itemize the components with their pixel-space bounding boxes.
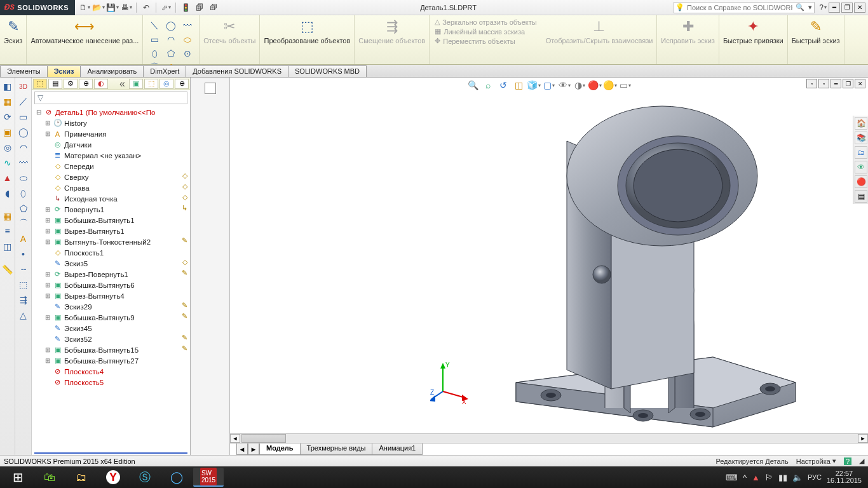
fm-collapse-icon[interactable]: «	[117, 78, 128, 90]
rebuild-icon[interactable]: 🚦	[180, 2, 191, 13]
line2-icon[interactable]: ／	[17, 95, 30, 108]
window-minimize[interactable]: ━	[829, 3, 840, 13]
tree-node[interactable]: ⊞▣Бобышка-Вытянуть15	[36, 344, 190, 355]
feature-tab[interactable]: Добавления SOLIDWORKS	[186, 65, 288, 77]
tree-node[interactable]: ⊘Плоскость4	[36, 366, 190, 377]
tree-node[interactable]: ◇Плоскость1	[36, 247, 190, 258]
status-customize[interactable]: Настройка ▾	[796, 457, 836, 465]
search-dropdown-icon[interactable]: ▾	[806, 3, 814, 11]
tray-network-icon[interactable]: ▮▮	[778, 473, 787, 482]
tray-chevron-icon[interactable]: ^	[743, 473, 747, 482]
tree-node[interactable]: ◇Спереди	[36, 161, 190, 172]
point-icon[interactable]: ⊙	[180, 47, 195, 60]
tabs-next[interactable]: ►	[248, 444, 259, 455]
spline-icon[interactable]: 〰	[180, 19, 195, 32]
tree-node[interactable]: ⊞▣Бобышка-Вытянуть6	[36, 280, 190, 290]
tree-node[interactable]: ◇Справа	[36, 182, 190, 193]
tray-volume-icon[interactable]: 🔈	[792, 473, 803, 482]
tree-node[interactable]: ◎Датчики	[36, 139, 190, 150]
taskpane-view-icon[interactable]: 👁	[855, 161, 867, 173]
tray-flag-icon[interactable]: 🏳	[765, 473, 773, 482]
taskbar-solidworks-icon[interactable]: SW2015	[193, 468, 224, 487]
help-search[interactable]: 💡 🔍 ▾	[674, 2, 815, 13]
options-icon[interactable]: 🗐	[194, 2, 205, 13]
text2-icon[interactable]: A	[17, 233, 30, 245]
scroll-right[interactable]: ►	[858, 434, 868, 443]
line-icon[interactable]: ＼	[147, 19, 162, 32]
fm-tab-config[interactable]: ⚙	[64, 79, 78, 89]
tree-node[interactable]: ⊞🕑History	[36, 118, 190, 128]
ellipse2-icon[interactable]: ⬭	[17, 172, 30, 184]
fm-tab-tree[interactable]: ⬚	[33, 79, 47, 89]
save-icon[interactable]: 💾	[107, 2, 118, 13]
fm-tab-display[interactable]: ◐	[94, 79, 108, 89]
tree-node[interactable]: ✎Эскиз29	[36, 301, 190, 312]
model-tab[interactable]: Анимация1	[372, 444, 423, 455]
fm-filter[interactable]: ▽	[34, 92, 187, 104]
fm-tab-dim[interactable]: ⊕	[79, 79, 93, 89]
feature-tab[interactable]: SOLIDWORKS MBD	[288, 65, 367, 77]
slot-icon[interactable]: ⬯	[147, 47, 162, 60]
cut-revolve-icon[interactable]: ◎	[1, 141, 14, 154]
tree-node[interactable]: ⊘Плоскость5	[36, 377, 190, 388]
tree-node[interactable]: ⊞▣Бобышка-Вытянуть27	[36, 355, 190, 366]
taskpane-prop-icon[interactable]: ▤	[855, 190, 867, 203]
new-file-icon[interactable]: 🗋	[79, 2, 90, 13]
centerline-icon[interactable]: ╌	[17, 263, 30, 276]
tree-node[interactable]: ⊞▣Вытянуть-Тонкостенный2	[36, 236, 190, 247]
search-icon[interactable]: 🔍	[794, 3, 806, 11]
start-button[interactable]: ⊞	[3, 468, 33, 487]
mdi-restore[interactable]: ❐	[843, 79, 853, 88]
taskpane-file-icon[interactable]: 🗂	[855, 146, 867, 159]
tree-node[interactable]: ⊞▣Бобышка-Вытянуть1	[36, 215, 190, 226]
fm-extra1[interactable]: ▣	[129, 79, 143, 89]
taskpane-appear-icon[interactable]: 🔴	[855, 175, 867, 188]
feature-tab[interactable]: DimXpert	[143, 65, 186, 77]
taskbar-skype-icon[interactable]: Ⓢ	[130, 468, 160, 487]
tray-keyboard-icon[interactable]: ⌨	[726, 473, 738, 482]
tree-node[interactable]: ✎Эскиз52	[36, 334, 190, 344]
corner-rect-icon[interactable]: ▭	[17, 111, 30, 123]
shell-icon[interactable]: ◫	[1, 240, 14, 253]
status-resize-grip[interactable]: ◢	[859, 457, 864, 465]
graphics-viewport[interactable]: 🔍 ⌕ ↺ ◫ 🧊 ▢ 👁 ◑ 🔴 🟡 ▭ ▫ ▫ ━ ❐ ✕	[230, 78, 868, 455]
tree-node[interactable]: ⊞AПримечания	[36, 128, 190, 139]
fm-extra3[interactable]: ◎	[159, 79, 173, 89]
model-tab[interactable]: Трехмерные виды	[300, 444, 373, 455]
tree-node[interactable]: ⊞⟳Вырез-Повернуть1	[36, 269, 190, 280]
options2-icon[interactable]: 🗊	[208, 2, 219, 13]
tree-node[interactable]: ◇Сверху	[36, 172, 190, 182]
extrude-icon[interactable]: ▦	[1, 95, 14, 108]
tray-shield-icon[interactable]: ▲	[752, 473, 760, 482]
spline2-icon[interactable]: 〰	[17, 156, 30, 169]
rect-icon[interactable]: ▭	[147, 33, 162, 46]
fm-tab-prop[interactable]: ▤	[48, 79, 62, 89]
polygon-icon[interactable]: ⬠	[163, 47, 179, 60]
taskpane-lib-icon[interactable]: 📚	[855, 132, 867, 144]
feature-tab[interactable]: Анализировать	[80, 65, 144, 77]
scroll-thumb[interactable]	[241, 434, 286, 443]
tree-node[interactable]: ✎Эскиз5	[36, 258, 190, 269]
window-close[interactable]: ✕	[854, 3, 865, 13]
mdi-minimize[interactable]: ━	[831, 79, 841, 88]
mdi-close[interactable]: ✕	[855, 79, 865, 88]
tree-node[interactable]: ↳Исходная точка	[36, 193, 190, 204]
3d-icon[interactable]: 3D	[17, 80, 30, 93]
tree-node[interactable]: ⊞▣Бобышка-Вытянуть9	[36, 312, 190, 323]
tray-clock[interactable]: 22:57 16.11.2015	[827, 470, 862, 484]
task-pane-box[interactable]	[205, 83, 216, 94]
fillet2-icon[interactable]: ⌒	[17, 217, 30, 230]
ellipse-icon[interactable]: ⬭	[180, 33, 195, 46]
circle2-icon[interactable]: ◯	[17, 126, 30, 139]
help-search-input[interactable]	[686, 4, 794, 11]
ruler-icon[interactable]: 📏	[1, 263, 14, 276]
loft-icon[interactable]: ▲	[1, 172, 14, 184]
tree-node[interactable]: ⊞▣Вырез-Вытянуть4	[36, 290, 190, 301]
tree-node[interactable]: ⊞▣Вырез-Вытянуть1	[36, 226, 190, 236]
arc2-icon[interactable]: ◠	[17, 141, 30, 154]
features-icon[interactable]: ◧	[1, 80, 14, 93]
polygon2-icon[interactable]: ⬠	[17, 202, 30, 215]
taskbar-app-icon[interactable]: ◯	[161, 468, 192, 487]
print-icon[interactable]: 🖶	[121, 2, 132, 13]
circle-icon[interactable]: ◯	[163, 19, 179, 32]
